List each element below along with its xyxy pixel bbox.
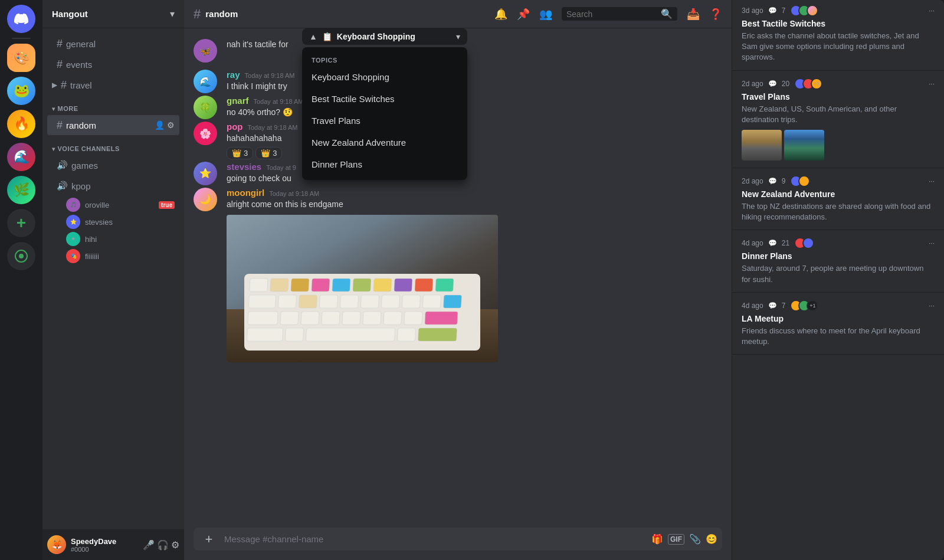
sidebar-item-travel[interactable]: ▶ # travel bbox=[47, 75, 179, 95]
search-box[interactable]: 🔍 bbox=[562, 7, 677, 21]
server-header[interactable]: Hangout ▾ bbox=[42, 0, 184, 28]
thread-meta: 3d ago 💬 7 ··· bbox=[742, 5, 935, 17]
voice-username: hihi bbox=[85, 235, 97, 244]
speaker-icon: 🔊 bbox=[57, 160, 68, 171]
svg-rect-25 bbox=[248, 312, 278, 325]
thread-thumbnail-lake bbox=[784, 130, 824, 161]
discord-home-button[interactable] bbox=[7, 5, 35, 33]
voice-channel-games: games bbox=[71, 161, 98, 171]
thread-avatars bbox=[794, 237, 811, 249]
sidebar-item-games[interactable]: 🔊 games bbox=[47, 155, 179, 175]
thread-more-button[interactable]: ··· bbox=[929, 177, 935, 185]
more-label: MORE bbox=[58, 105, 78, 112]
headset-button[interactable]: 🎧 bbox=[157, 539, 169, 551]
sidebar-item-random[interactable]: # random 👤 ⚙ bbox=[47, 115, 179, 135]
thread-more-button[interactable]: ··· bbox=[929, 302, 935, 310]
message-input[interactable] bbox=[224, 528, 647, 551]
message-text: I think I might try bbox=[227, 81, 722, 93]
main-chat: # random 🔔 📌 👥 🔍 📥 ❓ 🦋 nah it's tactile … bbox=[184, 0, 732, 560]
topics-trigger-button[interactable]: ▲ 📋 Keyboard Shopping ▾ bbox=[302, 28, 467, 45]
thread-title: LA Meetup bbox=[742, 314, 935, 323]
reaction-crown-2[interactable]: 👑3 bbox=[255, 147, 282, 159]
thread-more-button[interactable]: ··· bbox=[929, 80, 935, 88]
server-icon-3[interactable]: 🔥 bbox=[7, 110, 35, 138]
message-avatar: 🦋 bbox=[194, 39, 217, 63]
topics-overlay: ▲ 📋 Keyboard Shopping ▾ TOPICS Keyboard … bbox=[302, 28, 467, 180]
topic-item-keyboard-shopping[interactable]: Keyboard Shopping bbox=[302, 66, 467, 88]
svg-rect-17 bbox=[299, 295, 317, 308]
thread-age: 4d ago bbox=[742, 302, 763, 310]
add-attachment-button[interactable]: + bbox=[198, 529, 219, 550]
topic-item-dinner-plans[interactable]: Dinner Plans bbox=[302, 153, 467, 175]
discover-button[interactable] bbox=[7, 242, 35, 270]
server-icon-2[interactable]: 🐸 bbox=[7, 77, 35, 105]
server-icon-4[interactable]: 🌊 bbox=[7, 143, 35, 171]
chevron-down-icon: ▾ bbox=[456, 32, 460, 41]
mic-button[interactable]: 🎤 bbox=[143, 539, 155, 551]
gif-button[interactable]: GIF bbox=[668, 534, 684, 545]
add-member-icon[interactable]: 👤 bbox=[155, 120, 165, 130]
svg-rect-33 bbox=[425, 312, 458, 325]
svg-rect-29 bbox=[342, 312, 360, 325]
topic-item-nz-adventure[interactable]: New Zealand Adventure bbox=[302, 132, 467, 153]
pin-icon[interactable]: 📌 bbox=[517, 8, 530, 21]
more-section-header: ▾ MORE bbox=[42, 96, 184, 114]
bell-icon[interactable]: 🔔 bbox=[494, 8, 507, 21]
attachment-icon[interactable]: 📎 bbox=[689, 533, 701, 545]
thread-item-travel-plans[interactable]: 2d ago 💬 20 +1 ··· Travel Plans New Zeal… bbox=[732, 71, 944, 168]
topic-item-travel-plans[interactable]: Travel Plans bbox=[302, 110, 467, 132]
thread-item-nz-adventure[interactable]: 2d ago 💬 9 ··· New Zealand Adventure The… bbox=[732, 168, 944, 230]
thread-avatar bbox=[807, 5, 818, 17]
chat-input-box: + 🎁 GIF 📎 😊 bbox=[194, 528, 722, 551]
topic-item-best-tactile[interactable]: Best Tactile Switches bbox=[302, 88, 467, 110]
message-header: moongirl Today at 9:18 AM bbox=[227, 188, 722, 198]
message-text: hahahahahaha bbox=[227, 133, 722, 145]
message-timestamp: Today at 9:18 AM bbox=[254, 98, 304, 105]
svg-rect-5 bbox=[250, 279, 268, 292]
chat-header-actions: 🔔 📌 👥 🔍 📥 ❓ bbox=[494, 7, 722, 21]
thread-description: Friends discuss where to meet for the Ap… bbox=[742, 326, 935, 347]
sidebar-item-kpop[interactable]: 🔊 kpop bbox=[47, 176, 179, 196]
thread-more-button[interactable]: ··· bbox=[929, 239, 935, 247]
thread-item-dinner-plans[interactable]: 4d ago 💬 21 ··· Dinner Plans Saturday, a… bbox=[732, 230, 944, 292]
gift-icon[interactable]: 🎁 bbox=[651, 533, 663, 545]
hash-icon: # bbox=[57, 58, 63, 71]
emoji-icon[interactable]: 😊 bbox=[706, 533, 717, 545]
topics-dropdown-menu: TOPICS Keyboard Shopping Best Tactile Sw… bbox=[302, 47, 467, 180]
voice-section-label: VOICE CHANNELS bbox=[58, 145, 120, 152]
server-icon-5[interactable]: 🌿 bbox=[7, 176, 35, 204]
svg-rect-28 bbox=[322, 312, 340, 325]
svg-rect-35 bbox=[285, 328, 303, 341]
sidebar-item-events[interactable]: # events bbox=[47, 54, 179, 74]
svg-rect-11 bbox=[373, 279, 392, 292]
svg-rect-24 bbox=[443, 295, 461, 308]
voice-username: stevsies bbox=[85, 218, 113, 227]
members-icon[interactable]: 👥 bbox=[539, 8, 552, 21]
server-icon-1[interactable]: 🎨 bbox=[7, 44, 35, 72]
message-username: stevsies bbox=[227, 162, 261, 172]
hash-icon: # bbox=[61, 79, 67, 91]
help-icon[interactable]: ❓ bbox=[709, 8, 722, 21]
message-username: ray bbox=[227, 70, 240, 80]
sidebar-item-general[interactable]: # general bbox=[47, 34, 179, 54]
svg-rect-26 bbox=[280, 312, 299, 325]
server-dropdown-icon: ▾ bbox=[170, 8, 175, 19]
thread-meta: 4d ago 💬 7 +1 ··· bbox=[742, 300, 935, 312]
thread-avatar bbox=[798, 175, 810, 187]
thread-item-la-meetup[interactable]: 4d ago 💬 7 +1 ··· LA Meetup Friends disc… bbox=[732, 293, 944, 355]
settings-button[interactable]: ⚙ bbox=[171, 539, 179, 551]
voice-user-hihi: ✦ hihi bbox=[47, 231, 179, 247]
add-server-button[interactable]: + bbox=[7, 209, 35, 237]
message-timestamp: Today at 9 bbox=[266, 164, 296, 171]
thread-item-best-tactile[interactable]: 3d ago 💬 7 ··· Best Tactile Switches Eri… bbox=[732, 0, 944, 71]
inbox-icon[interactable]: 📥 bbox=[687, 8, 700, 21]
reaction-crown-1[interactable]: 👑3 bbox=[227, 147, 253, 159]
thread-age: 2d ago bbox=[742, 80, 763, 88]
search-input[interactable] bbox=[566, 9, 658, 19]
thread-more-button[interactable]: ··· bbox=[929, 6, 935, 15]
channel-name-events: events bbox=[66, 60, 92, 70]
svg-rect-15 bbox=[248, 295, 276, 308]
thread-title: New Zealand Adventure bbox=[742, 189, 935, 199]
settings-icon[interactable]: ⚙ bbox=[167, 120, 175, 130]
svg-rect-18 bbox=[319, 295, 337, 308]
